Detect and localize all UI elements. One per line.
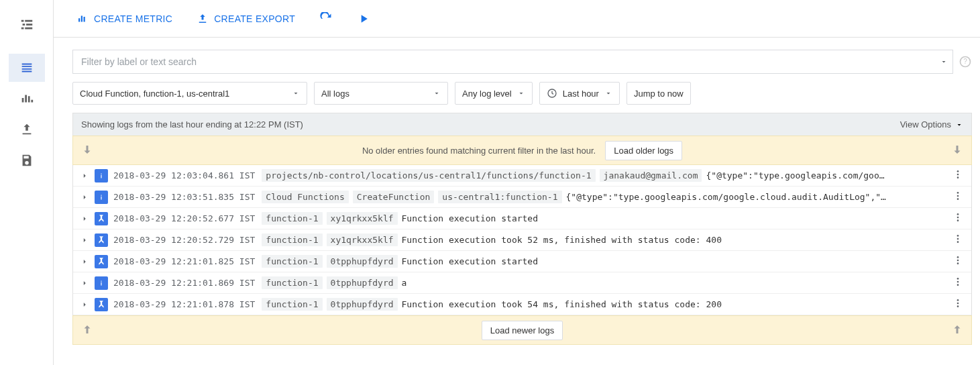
log-text: {"@type":"type.googleapis.com/google.clo… [566,192,886,202]
nav-metrics[interactable] [9,85,45,113]
jump-to-now-button[interactable]: Jump to now [627,82,691,105]
resource-filter[interactable]: Cloud Function, function-1, us-central1 [72,82,307,105]
scroll-down-icon[interactable] [81,144,93,158]
filter-search [72,50,953,74]
timestamp: 2018-03-29 12:03:04.861 IST [113,170,255,180]
view-options-button[interactable]: View Options [900,119,963,129]
log-segment: us-central1:function-1 [438,191,561,203]
log-row[interactable]: 2018-03-29 12:21:01.878 ISTfunction-10tp… [73,294,971,315]
chevron-down-icon [955,121,963,129]
play-icon [357,12,370,25]
log-text: Function execution started [402,213,539,223]
svg-point-23 [957,305,959,307]
expand-icon[interactable] [80,300,89,309]
row-menu-button[interactable] [947,255,963,268]
svg-point-8 [957,198,959,200]
expand-icon[interactable] [80,171,89,180]
severity-icon [95,255,108,268]
load-newer-button[interactable]: Load newer logs [482,321,563,340]
expand-icon[interactable] [80,193,89,202]
svg-point-4 [957,174,959,176]
log-segment: xy1qrkxx5klf [327,233,398,246]
svg-point-10 [957,217,959,219]
svg-point-22 [957,303,959,305]
log-row[interactable]: 2018-03-29 12:20:52.677 ISTfunction-1xy1… [73,208,971,229]
svg-point-15 [957,256,959,258]
nav-logs[interactable] [9,54,45,82]
log-text: a [402,278,407,288]
expand-icon[interactable] [80,236,89,245]
nav-exports[interactable] [9,115,45,144]
svg-point-12 [957,235,959,237]
row-menu-button[interactable] [947,212,963,225]
row-menu-button[interactable] [947,298,963,311]
view-options-label: View Options [900,119,951,129]
newer-logs-bar: Load newer logs [72,315,972,345]
log-segment: projects/nb-control/locations/us-central… [262,169,595,182]
refresh-button[interactable] [319,12,333,25]
row-menu-button[interactable] [947,169,963,182]
time-filter[interactable]: Last hour [539,82,620,105]
log-filter-label: All logs [321,89,349,99]
scroll-up-icon[interactable] [951,323,963,337]
older-logs-bar: No older entries found matching current … [72,136,972,165]
svg-point-14 [957,241,959,243]
severity-icon [95,191,108,204]
status-text: Showing logs from the last hour ending a… [81,119,303,129]
create-export-button[interactable]: CREATE EXPORT [197,13,295,25]
help-icon[interactable]: ? [959,55,972,68]
row-menu-button[interactable] [947,191,963,203]
log-segment: 0tpphupfdyrd [327,276,398,289]
logo-icon[interactable] [9,8,45,42]
sidebar [0,0,54,365]
svg-point-13 [957,238,959,240]
log-segment: 0tpphupfdyrd [327,298,398,311]
load-older-button[interactable]: Load older logs [605,141,682,160]
create-export-label: CREATE EXPORT [214,13,295,24]
severity-icon [95,298,108,311]
svg-point-6 [957,192,959,194]
nav-save[interactable] [9,146,45,174]
refresh-icon [319,12,333,25]
chevron-down-icon [433,89,441,97]
expand-icon[interactable] [80,214,89,223]
search-input[interactable] [72,50,953,74]
log-row[interactable]: 2018-03-29 12:03:51.835 ISTCloud Functio… [73,187,971,208]
log-segment: 0tpphupfdyrd [327,255,398,268]
severity-icon [95,212,108,225]
create-metric-label: CREATE METRIC [94,13,172,24]
scroll-up-icon[interactable] [81,323,93,337]
log-row[interactable]: 2018-03-29 12:21:01.869 ISTfunction-10tp… [73,272,971,294]
log-filter[interactable]: All logs [314,82,448,105]
status-bar: Showing logs from the last hour ending a… [72,113,972,136]
scroll-down-icon[interactable] [951,144,963,158]
row-menu-button[interactable] [947,276,963,289]
play-button[interactable] [357,12,370,25]
log-segment: function-1 [262,233,322,246]
clock-icon [547,88,557,99]
log-row[interactable]: 2018-03-29 12:21:01.825 ISTfunction-10tp… [73,251,971,272]
log-text: Function execution took 54 ms, finished … [402,299,722,309]
time-filter-label: Last hour [563,89,599,99]
svg-point-16 [957,260,959,262]
log-segment: function-1 [262,298,322,311]
svg-point-3 [957,170,959,172]
log-segment: xy1qrkxx5klf [327,212,398,225]
older-message: No older entries found matching current … [362,146,596,156]
timestamp: 2018-03-29 12:20:52.729 IST [113,235,255,245]
expand-icon[interactable] [80,257,89,266]
level-filter[interactable]: Any log level [455,82,533,105]
log-text: Function execution started [402,256,539,266]
log-row[interactable]: 2018-03-29 12:03:04.861 ISTprojects/nb-c… [73,165,971,187]
timestamp: 2018-03-29 12:21:01.825 IST [113,256,255,266]
resource-filter-label: Cloud Function, function-1, us-central1 [80,89,229,99]
chevron-down-icon [604,89,612,97]
log-row[interactable]: 2018-03-29 12:20:52.729 ISTfunction-1xy1… [73,229,971,251]
svg-point-11 [957,219,959,221]
severity-icon [95,276,108,290]
log-text: Function execution took 52 ms, finished … [402,235,722,245]
row-menu-button[interactable] [947,233,963,246]
expand-icon[interactable] [80,278,89,288]
log-list: 2018-03-29 12:03:04.861 ISTprojects/nb-c… [72,165,972,315]
create-metric-button[interactable]: CREATE METRIC [76,13,172,25]
